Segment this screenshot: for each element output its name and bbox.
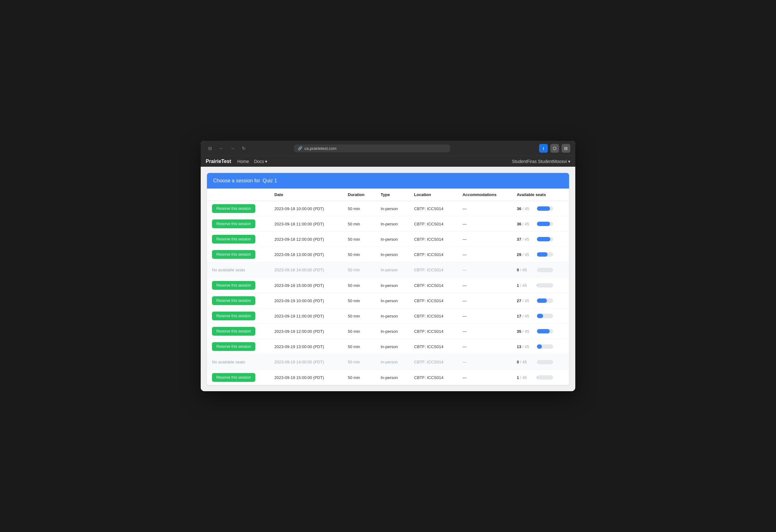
col-header-type: Type	[376, 189, 409, 201]
seats-cell-5: 1 / 45	[512, 278, 569, 293]
progress-fill-8	[537, 329, 550, 333]
date-cell-5: 2023-09-18 15:00:00 (PDT)	[269, 278, 343, 293]
progress-bar-3	[537, 252, 553, 256]
reserve-button-2[interactable]: Reserve this session	[212, 235, 255, 243]
progress-bar-6	[537, 299, 553, 303]
duration-cell-0: 50 min	[343, 201, 376, 216]
accommodations-cell-10: —	[457, 354, 512, 370]
date-cell-6: 2023-09-19 10:00:00 (PDT)	[269, 293, 343, 309]
seats-text-0: 36 / 45	[517, 206, 534, 211]
duration-cell-11: 50 min	[343, 370, 376, 385]
ext-puzzle-button[interactable]: ⬡	[550, 144, 559, 153]
nav-user-menu[interactable]: StudentFiras StudentMoosvi ▾	[512, 159, 570, 164]
seats-cell-8: 35 / 45	[512, 324, 569, 339]
location-cell-0: CBTF: ICCS014	[409, 201, 457, 216]
sidebar-toggle-button[interactable]: ⊟	[206, 144, 214, 153]
table-row: Reserve this session2023-09-18 15:00:00 …	[207, 278, 569, 293]
accommodations-cell-11: —	[457, 370, 512, 385]
nav-user-label: StudentFiras StudentMoosvi	[512, 159, 567, 164]
type-cell-1: In-person	[376, 216, 409, 232]
duration-cell-6: 50 min	[343, 293, 376, 309]
link-icon: 🔗	[298, 146, 303, 151]
col-header-date: Date	[269, 189, 343, 201]
browser-chrome: ⊟ ← → ↻ 🔗 ca.prairietest.com i ⬡ ⊟	[201, 141, 575, 156]
seats-text-5: 1 / 45	[517, 283, 534, 288]
duration-cell-2: 50 min	[343, 232, 376, 247]
duration-cell-7: 50 min	[343, 309, 376, 324]
date-cell-0: 2023-09-18 10:00:00 (PDT)	[269, 201, 343, 216]
progress-bar-2	[537, 237, 553, 241]
progress-bar-10	[537, 360, 553, 364]
date-cell-7: 2023-09-19 11:00:00 (PDT)	[269, 309, 343, 324]
nav-home-link[interactable]: Home	[237, 159, 249, 164]
progress-bar-0	[537, 206, 553, 211]
table-header-row: Date Duration Type Location Accommodatio…	[207, 189, 569, 201]
location-cell-5: CBTF: ICCS014	[409, 278, 457, 293]
table-row: Reserve this session2023-09-19 12:00:00 …	[207, 324, 569, 339]
action-cell-1: Reserve this session	[207, 216, 269, 232]
action-cell-4: No available seats	[207, 262, 269, 278]
duration-cell-3: 50 min	[343, 247, 376, 262]
table-row: Reserve this session2023-09-19 13:00:00 …	[207, 339, 569, 354]
progress-fill-5	[537, 283, 537, 288]
page-header: Choose a session for Quiz 1	[207, 173, 569, 189]
action-cell-9: Reserve this session	[207, 339, 269, 354]
nav-docs-label: Docs	[254, 159, 264, 164]
col-header-duration: Duration	[343, 189, 376, 201]
reserve-button-5[interactable]: Reserve this session	[212, 281, 255, 290]
address-bar[interactable]: 🔗 ca.prairietest.com	[294, 145, 450, 152]
reserve-button-3[interactable]: Reserve this session	[212, 250, 255, 259]
seats-cell-0: 36 / 45	[512, 201, 569, 216]
progress-bar-8	[537, 329, 553, 333]
action-cell-5: Reserve this session	[207, 278, 269, 293]
seats-cell-3: 29 / 45	[512, 247, 569, 262]
progress-fill-9	[537, 344, 542, 349]
reserve-button-11[interactable]: Reserve this session	[212, 373, 255, 382]
action-cell-0: Reserve this session	[207, 201, 269, 216]
duration-cell-4: 50 min	[343, 262, 376, 278]
accommodations-cell-5: —	[457, 278, 512, 293]
seats-cell-11: 1 / 45	[512, 370, 569, 385]
action-cell-11: Reserve this session	[207, 370, 269, 385]
ext-info-button[interactable]: i	[539, 144, 548, 153]
seats-cell-1: 36 / 45	[512, 216, 569, 232]
reserve-button-7[interactable]: Reserve this session	[212, 312, 255, 320]
progress-fill-3	[537, 252, 547, 256]
seats-text-8: 35 / 45	[517, 329, 534, 334]
seats-text-1: 36 / 45	[517, 222, 534, 226]
location-cell-1: CBTF: ICCS014	[409, 216, 457, 232]
table-row: Reserve this session2023-09-18 12:00:00 …	[207, 232, 569, 247]
nav-brand[interactable]: PrairieTest	[206, 159, 231, 164]
reserve-button-6[interactable]: Reserve this session	[212, 296, 255, 305]
accommodations-cell-4: —	[457, 262, 512, 278]
refresh-button[interactable]: ↻	[239, 144, 248, 153]
ext-sidebar-button[interactable]: ⊟	[562, 144, 570, 153]
reserve-button-9[interactable]: Reserve this session	[212, 342, 255, 351]
nav-docs-chevron: ▾	[265, 159, 267, 164]
seats-text-7: 17 / 45	[517, 314, 534, 319]
progress-fill-0	[537, 206, 550, 211]
accommodations-cell-8: —	[457, 324, 512, 339]
reserve-button-1[interactable]: Reserve this session	[212, 219, 255, 228]
accommodations-cell-2: —	[457, 232, 512, 247]
accommodations-cell-6: —	[457, 293, 512, 309]
action-cell-8: Reserve this session	[207, 324, 269, 339]
table-row: Reserve this session2023-09-19 15:00:00 …	[207, 370, 569, 385]
browser-toolbar: ⊟ ← → ↻ 🔗 ca.prairietest.com i ⬡ ⊟	[206, 144, 570, 156]
url-text: ca.prairietest.com	[304, 146, 337, 151]
reserve-button-0[interactable]: Reserve this session	[212, 204, 255, 213]
seats-text-2: 37 / 45	[517, 237, 534, 242]
back-button[interactable]: ←	[217, 144, 226, 153]
reserve-button-8[interactable]: Reserve this session	[212, 327, 255, 336]
nav-docs-link[interactable]: Docs ▾	[254, 159, 267, 164]
forward-button[interactable]: →	[228, 144, 237, 153]
type-cell-11: In-person	[376, 370, 409, 385]
progress-fill-7	[537, 314, 543, 318]
nav-bar: PrairieTest Home Docs ▾ StudentFiras Stu…	[201, 156, 575, 167]
accommodations-cell-7: —	[457, 309, 512, 324]
col-header-seats: Available seats	[512, 189, 569, 201]
date-cell-10: 2023-09-19 14:00:00 (PDT)	[269, 354, 343, 370]
table-row: Reserve this session2023-09-18 10:00:00 …	[207, 201, 569, 216]
location-cell-6: CBTF: ICCS014	[409, 293, 457, 309]
location-cell-2: CBTF: ICCS014	[409, 232, 457, 247]
